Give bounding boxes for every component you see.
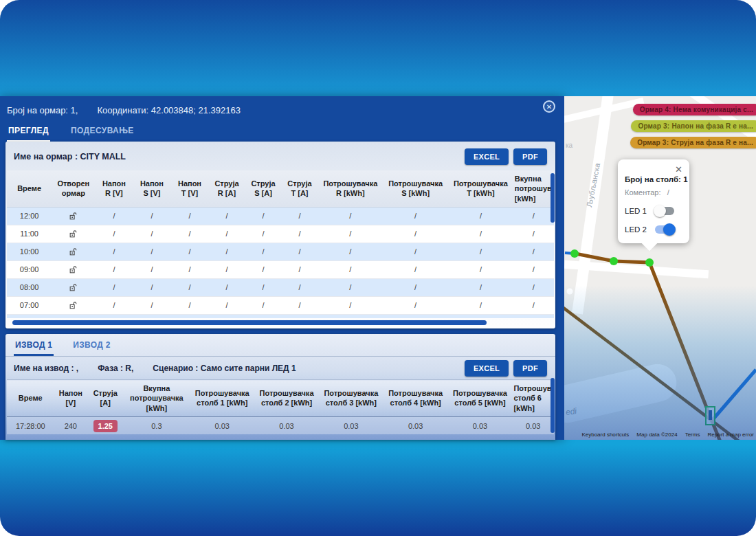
cabinet-number-label: Број на ормар: 1, <box>7 105 78 115</box>
pole-icon <box>709 410 712 420</box>
table-cell: 07:00 <box>7 296 52 314</box>
tab-pregled[interactable]: ПРЕГЛЕД <box>7 126 50 142</box>
vertical-scrollbar[interactable] <box>551 173 555 223</box>
scenario-label: Сценарио : Само сите парни ЛЕД 1 <box>153 364 296 373</box>
report-error-link[interactable]: Report a map error <box>707 432 754 438</box>
led1-toggle[interactable] <box>655 207 674 215</box>
table-header-row: ВремеНапон [V]Струја [A]Вкупна потрошува… <box>7 380 554 417</box>
table-cell: / <box>448 207 513 225</box>
table-row: 11:00////////// <box>7 225 554 243</box>
comment-value: / <box>667 188 669 197</box>
comment-label: Коментар: / <box>625 188 682 197</box>
close-icon[interactable]: ✕ <box>543 100 555 113</box>
table-cell: / <box>95 278 133 296</box>
column-header: Струја T [A] <box>281 170 318 207</box>
phase-label: Фаза : R, <box>98 364 133 373</box>
terms-link[interactable]: Terms <box>685 432 700 438</box>
led2-label: LED 2 <box>625 225 651 234</box>
tab-izvod-2[interactable]: ИЗВОД 2 <box>71 340 111 356</box>
lock-open-icon <box>69 265 78 274</box>
table-cell: / <box>448 278 513 296</box>
table-cell: / <box>245 225 281 243</box>
pole-marker[interactable] <box>645 258 654 267</box>
led2-toggle[interactable] <box>655 225 674 234</box>
table-cell: 0.03 <box>448 416 513 434</box>
lock-open-icon <box>69 212 78 221</box>
table-cell: / <box>318 296 383 314</box>
table-cell: / <box>318 207 383 225</box>
table-cell: / <box>318 225 383 243</box>
horizontal-scrollbar-track <box>11 320 550 326</box>
map-panel[interactable]: Љубљанска ка edi Ормар 4: Нема комуникац… <box>564 96 756 440</box>
table-cell: 0.03 <box>254 416 319 434</box>
column-header: Потрошувачка столб 3 [kWh] <box>319 380 383 417</box>
table-cell: / <box>281 243 318 260</box>
table-cell: / <box>318 243 383 260</box>
open-cabinet-cell[interactable] <box>52 243 95 260</box>
excel-button[interactable]: EXCEL <box>465 148 509 165</box>
power-line-brown <box>564 306 744 440</box>
cabinet-dialog: Број на ормар: 1, Координати: 42.003848;… <box>0 96 564 440</box>
open-cabinet-cell[interactable] <box>52 225 95 243</box>
table-cell: / <box>245 207 281 225</box>
tab-izvod-1[interactable]: ИЗВОД 1 <box>14 340 54 356</box>
column-header: Потрошувачка столб 2 [kWh] <box>254 380 319 417</box>
table-cell: / <box>170 225 208 243</box>
table-cell: / <box>209 207 245 225</box>
lock-open-icon <box>69 230 78 238</box>
column-header: Напон [V] <box>54 380 87 417</box>
table-cell: / <box>170 278 208 296</box>
column-header: Потрошувачка столб 6 [kWh] <box>512 380 554 417</box>
alert-badge-cabinet3-current[interactable]: Ормар 3: Струја на фаза R е на... <box>630 137 756 148</box>
pole-marker[interactable] <box>570 249 579 258</box>
pdf-button[interactable]: PDF <box>513 360 547 377</box>
open-cabinet-cell[interactable] <box>52 207 95 225</box>
excel-button[interactable]: EXCEL <box>465 360 509 377</box>
horizontal-scrollbar[interactable] <box>12 320 487 325</box>
table-cell: 0.03 <box>190 416 254 434</box>
close-icon[interactable]: ✕ <box>675 164 682 175</box>
table-cell: / <box>513 225 554 243</box>
table-cell: 0.03 <box>319 416 383 434</box>
feeder-name-label: Име на извод : , <box>14 364 78 373</box>
table-cell: / <box>383 296 448 314</box>
lock-open-icon <box>69 247 78 256</box>
feeder-table: ВремеНапон [V]Струја [A]Вкупна потрошува… <box>7 379 554 434</box>
table-row: 08:00////////// <box>7 278 554 296</box>
table-cell: / <box>245 243 281 260</box>
open-cabinet-cell[interactable] <box>52 296 95 314</box>
table-cell: / <box>383 225 448 243</box>
feeder-info-row: Име на извод : , Фаза : R, Сценарио : Са… <box>5 357 555 379</box>
dialog-tabs: ПРЕГЛЕД ПОДЕСУВАЊЕ <box>0 126 564 142</box>
content-band: Број на ормар: 1, Координати: 42.003848;… <box>0 96 756 440</box>
open-cabinet-cell[interactable] <box>52 260 95 278</box>
table-cell: / <box>513 296 554 314</box>
open-cabinet-cell[interactable] <box>52 278 95 296</box>
table-row: 10:00////////// <box>7 243 554 260</box>
current-alert-badge: 1.25 <box>93 420 118 432</box>
table-cell: / <box>513 260 554 278</box>
tab-podesuvanje[interactable]: ПОДЕСУВАЊЕ <box>69 126 135 142</box>
table-cell: 12:00 <box>7 207 52 225</box>
vertical-scrollbar[interactable] <box>551 378 555 433</box>
table-cell: 0.03 <box>383 416 448 434</box>
table-cell: / <box>95 296 133 314</box>
map-dot <box>567 289 573 295</box>
table-cell: / <box>209 260 245 278</box>
table-cell: / <box>383 243 448 260</box>
column-header: Потрошувачка S [kWh] <box>383 170 448 207</box>
table-cell: / <box>95 243 133 260</box>
pole-marker[interactable] <box>610 257 618 265</box>
table-cell: / <box>133 225 170 243</box>
table-cell: 10:00 <box>7 243 52 260</box>
pdf-button[interactable]: PDF <box>513 148 547 165</box>
alert-badge-cabinet4[interactable]: Ормар 4: Нема комуникација с... <box>633 104 756 115</box>
table-cell: / <box>448 225 513 243</box>
overview-card: Име на ормар : CITY MALL EXCEL PDF Време… <box>5 142 555 328</box>
column-header: Струја [A] <box>87 380 123 417</box>
toggle-knob <box>654 205 666 217</box>
column-header: Потрошувачка столб 5 [kWh] <box>448 380 513 417</box>
alert-badge-cabinet3-voltage[interactable]: Ормар 3: Напон на фаза R е на... <box>631 120 756 132</box>
keyboard-shortcuts-link[interactable]: Keyboard shortcuts <box>581 432 629 438</box>
lock-open-icon <box>69 283 78 292</box>
